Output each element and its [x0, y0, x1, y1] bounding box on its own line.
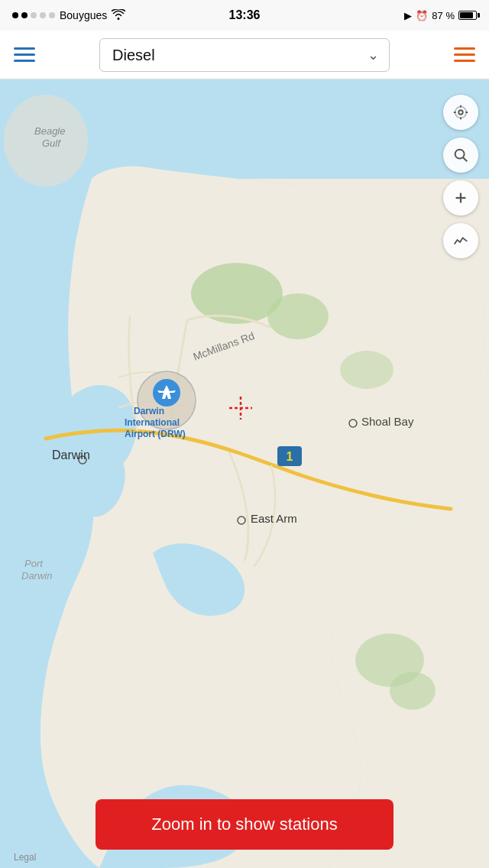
svg-text:Airport (DRW): Airport (DRW) — [125, 429, 186, 439]
right-menu-button[interactable] — [448, 38, 481, 72]
signal-dot-3 — [31, 12, 37, 18]
svg-line-31 — [463, 157, 467, 161]
location-button[interactable] — [443, 95, 478, 130]
svg-text:Darwin: Darwin — [134, 406, 164, 416]
status-time: 13:36 — [229, 8, 261, 22]
alarm-icon: ⏰ — [416, 10, 428, 21]
svg-point-28 — [458, 110, 463, 115]
svg-text:Gulf: Gulf — [42, 138, 61, 149]
svg-text:Darwin: Darwin — [52, 449, 90, 462]
svg-text:Beagle: Beagle — [34, 125, 65, 137]
svg-point-30 — [455, 150, 465, 159]
zoom-in-button[interactable] — [443, 180, 478, 215]
svg-text:Port: Port — [24, 558, 44, 569]
map-container[interactable]: Beagle Gulf McMillans Rd — [0, 79, 489, 868]
svg-point-6 — [340, 351, 393, 389]
wifi-icon — [112, 9, 125, 22]
location-icon: ▶ — [404, 10, 412, 21]
fuel-selector-wrapper[interactable]: Diesel Unleaded 91 Unleaded 95 Unleaded … — [99, 38, 390, 72]
zoom-banner[interactable]: Zoom in to show stations — [96, 799, 393, 850]
search-button[interactable] — [443, 138, 478, 173]
status-right: ▶ ⏰ 87 % — [404, 10, 477, 21]
svg-text:Shoal Bay: Shoal Bay — [361, 415, 414, 428]
svg-text:International: International — [125, 417, 180, 428]
signal-dot-5 — [49, 12, 55, 18]
svg-point-5 — [267, 293, 329, 339]
svg-point-8 — [390, 672, 436, 710]
left-menu-button[interactable] — [8, 38, 41, 72]
map-controls — [443, 95, 478, 258]
status-bar: Bouygues 13:36 ▶ ⏰ 87 % — [0, 0, 489, 31]
svg-text:Darwin: Darwin — [21, 570, 52, 581]
battery-percent: 87 % — [432, 10, 455, 21]
toolbar: Diesel Unleaded 91 Unleaded 95 Unleaded … — [0, 31, 489, 79]
status-left: Bouygues — [12, 9, 125, 22]
svg-text:1: 1 — [287, 450, 293, 463]
svg-text:East Arm: East Arm — [251, 512, 297, 525]
zoom-banner-text: Zoom in to show stations — [151, 815, 337, 834]
signal-dot-4 — [40, 12, 46, 18]
svg-point-29 — [455, 107, 467, 118]
svg-text:Legal: Legal — [14, 852, 36, 863]
carrier-label: Bouygues — [60, 9, 107, 21]
signal-dot-2 — [21, 12, 28, 18]
signal-dots — [12, 12, 55, 18]
battery-icon — [458, 11, 477, 20]
fuel-type-select[interactable]: Diesel Unleaded 91 Unleaded 95 Unleaded … — [99, 38, 390, 72]
signal-dot-1 — [12, 12, 18, 18]
map-svg: Beagle Gulf McMillans Rd — [0, 79, 489, 868]
chart-button[interactable] — [443, 223, 478, 258]
